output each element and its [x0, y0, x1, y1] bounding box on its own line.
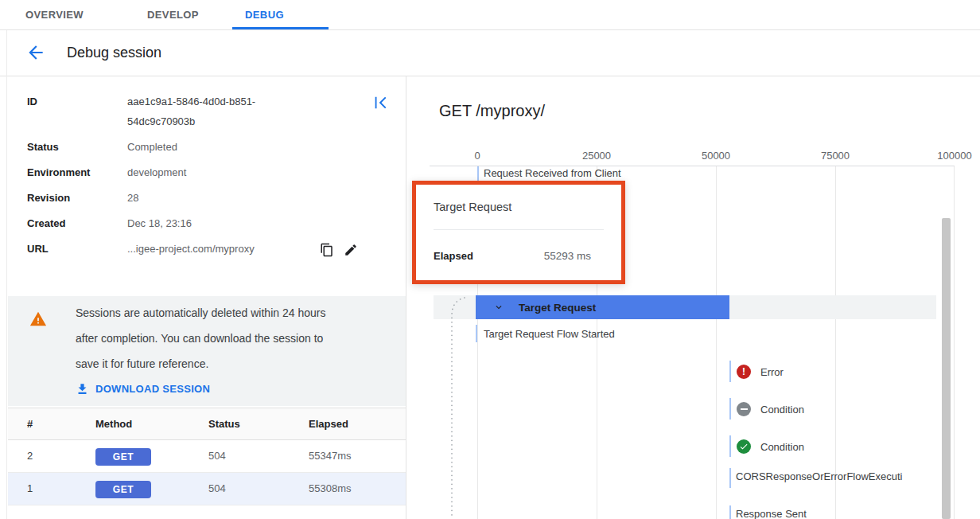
- axis-tick-100000: 100000: [937, 150, 971, 162]
- tooltip-elapsed-label: Elapsed: [434, 250, 473, 262]
- method-badge: GET: [95, 481, 151, 498]
- notice-line-2: after completion. You can download the s…: [76, 332, 323, 345]
- txn-status: 504: [208, 482, 226, 494]
- event-tick: [729, 468, 731, 488]
- tab-overview[interactable]: OVERVIEW: [13, 0, 107, 29]
- target-request-tooltip-highlight: Target Request Elapsed 55293 ms: [412, 181, 625, 284]
- event-error[interactable]: Error: [760, 366, 784, 378]
- environment-label: Environment: [27, 166, 90, 178]
- col-elapsed: Elapsed: [309, 418, 348, 430]
- event-condition-skipped[interactable]: Condition: [760, 404, 804, 416]
- tooltip-elapsed-value: 55293 ms: [544, 250, 591, 262]
- error-icon: !: [737, 365, 751, 379]
- download-icon: [76, 382, 89, 396]
- txn-elapsed: 55308ms: [309, 482, 351, 494]
- download-session-label: DOWNLOAD SESSION: [95, 383, 210, 395]
- edit-pencil-icon[interactable]: [344, 243, 358, 257]
- id-label: ID: [27, 96, 37, 107]
- tooltip-title: Target Request: [434, 201, 511, 213]
- event-cors-flow-clip: CORSResponseOrErrorFlowExecuti: [736, 470, 935, 485]
- left-panel-edge: [6, 30, 7, 519]
- tooltip-divider: [434, 229, 604, 230]
- warning-icon: [29, 310, 48, 328]
- id-value-line2: 54dc9c70903b: [127, 115, 195, 127]
- axis-tick-0: 0: [474, 150, 480, 162]
- col-method: Method: [95, 418, 132, 430]
- table-row-transaction-1[interactable]: 1 GET 504 55308ms: [8, 473, 406, 505]
- timeline-axis: [430, 166, 955, 166]
- event-response-sent-clip: Response Sent: [736, 508, 935, 519]
- txn-number: 2: [27, 450, 33, 462]
- page-header: Debug session: [0, 30, 980, 76]
- back-arrow-icon[interactable]: [25, 42, 46, 63]
- status-value: Completed: [127, 141, 177, 153]
- table-row-transaction-2[interactable]: 2 GET 504 55347ms: [8, 440, 406, 473]
- top-tab-bar: OVERVIEW DEVELOP DEBUG: [0, 0, 980, 30]
- event-target-flow-started[interactable]: Target Request Flow Started: [484, 328, 615, 340]
- notice-line-3: save it for future reference.: [76, 357, 208, 370]
- event-tick: [729, 398, 731, 419]
- gridline-75000: [835, 166, 836, 519]
- revision-label: Revision: [27, 192, 70, 204]
- txn-status: 504: [208, 450, 226, 462]
- chevron-down-icon[interactable]: [493, 302, 504, 313]
- panel-divider: [406, 76, 406, 519]
- axis-tick-50000: 50000: [702, 150, 730, 162]
- transactions-header-row: # Method Status Elapsed: [8, 408, 406, 440]
- method-badge: GET: [95, 448, 151, 466]
- axis-tick-25000: 25000: [582, 150, 611, 162]
- download-session-link[interactable]: DOWNLOAD SESSION: [76, 380, 210, 396]
- debug-session-screen: OVERVIEW DEVELOP DEBUG Debug session ID …: [0, 0, 980, 519]
- flow-connector-dotted-line: [430, 291, 477, 519]
- condition-skipped-icon: [737, 402, 751, 416]
- tab-debug[interactable]: DEBUG: [232, 0, 329, 29]
- condition-passed-icon: [737, 439, 751, 454]
- notice-line-1: Sessions are automatically deleted withi…: [76, 306, 325, 319]
- page-title: Debug session: [67, 45, 161, 61]
- vertical-scrollbar[interactable]: [942, 218, 951, 519]
- event-tick: [477, 166, 479, 181]
- copy-icon[interactable]: [320, 243, 334, 257]
- event-request-received[interactable]: Request Received from Client: [484, 167, 621, 179]
- event-response-sent[interactable]: Response Sent: [736, 508, 807, 519]
- txn-number: 1: [27, 482, 33, 494]
- id-value-line1: aae1c9a1-5846-4d0d-b851-: [127, 96, 255, 107]
- collapse-panel-icon[interactable]: [372, 94, 390, 111]
- created-value: Dec 18, 23:16: [127, 217, 192, 229]
- session-deletion-notice: Sessions are automatically deleted withi…: [8, 296, 406, 406]
- url-label: URL: [27, 243, 49, 255]
- environment-value: development: [127, 166, 186, 178]
- gridline-50000: [716, 166, 717, 519]
- status-label: Status: [27, 141, 59, 153]
- axis-tick-75000: 75000: [821, 150, 850, 162]
- event-cors-flow[interactable]: CORSResponseOrErrorFlowExecuti: [736, 470, 903, 482]
- gridline-100000: [954, 166, 955, 519]
- trace-request-title: GET /myproxy/: [439, 102, 545, 120]
- col-status: Status: [208, 418, 240, 430]
- target-request-bar[interactable]: Target Request: [476, 295, 729, 319]
- tab-develop[interactable]: DEVELOP: [134, 0, 220, 29]
- txn-elapsed: 55347ms: [309, 450, 351, 462]
- revision-value: 28: [127, 192, 138, 204]
- event-condition-passed[interactable]: Condition: [760, 441, 804, 453]
- event-tick: [729, 505, 731, 519]
- url-value: ...igee-project.com/myproxy: [127, 243, 255, 255]
- event-tick: [729, 435, 731, 457]
- created-label: Created: [27, 217, 65, 229]
- target-request-bar-label: Target Request: [519, 302, 596, 314]
- event-tick: [729, 361, 731, 382]
- col-number: #: [27, 418, 33, 430]
